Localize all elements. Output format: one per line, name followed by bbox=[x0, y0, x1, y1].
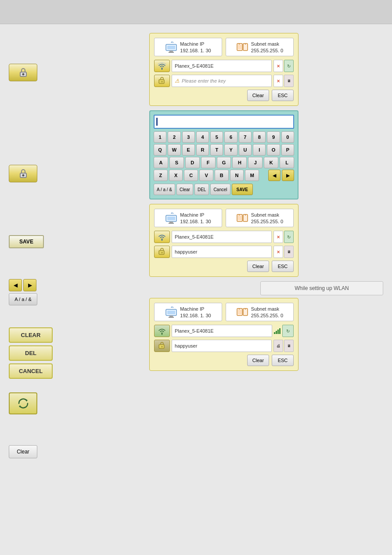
ssid-refresh-btn-1[interactable]: ↻ bbox=[284, 60, 294, 72]
key-E[interactable]: E bbox=[182, 144, 195, 156]
key-8[interactable]: 8 bbox=[253, 131, 266, 143]
key-U[interactable]: U bbox=[239, 144, 252, 156]
svg-point-15 bbox=[162, 68, 163, 69]
key-icon-btn-2[interactable] bbox=[154, 246, 170, 258]
left-arrow-button[interactable]: ◀ bbox=[9, 279, 22, 291]
svg-rect-19 bbox=[167, 217, 175, 220]
ssid-refresh-btn-2[interactable]: ↻ bbox=[284, 231, 294, 243]
key-B[interactable]: B bbox=[215, 170, 229, 181]
kb-del-btn[interactable]: DEL bbox=[194, 184, 209, 195]
key-action-btn-2[interactable]: 🖥 bbox=[284, 246, 294, 258]
key-S[interactable]: S bbox=[169, 157, 184, 168]
key-9[interactable]: 9 bbox=[267, 131, 280, 143]
key-action-btn-1[interactable]: 🖥 bbox=[284, 75, 294, 87]
panel1-esc-btn[interactable]: ESC bbox=[272, 90, 294, 101]
refresh-button[interactable] bbox=[9, 392, 37, 414]
clear-small-button[interactable]: Clear bbox=[9, 445, 37, 458]
kb-right-arrow[interactable]: ▶ bbox=[282, 170, 294, 181]
lock-button-2[interactable] bbox=[9, 165, 37, 182]
panel2-esc-btn[interactable]: ESC bbox=[272, 261, 294, 272]
key-V[interactable]: V bbox=[199, 170, 213, 181]
lock-button-1[interactable] bbox=[9, 64, 37, 81]
svg-point-39 bbox=[162, 333, 163, 334]
key-Y[interactable]: Y bbox=[224, 144, 237, 156]
kb-save-btn[interactable]: SAVE bbox=[232, 184, 253, 195]
panel3-clear-btn[interactable]: Clear bbox=[247, 355, 269, 366]
ssid-icon-btn-1[interactable] bbox=[154, 60, 170, 72]
machine-ip-box-2: Machine IP 192.168. 1. 30 bbox=[154, 209, 222, 227]
ssid-clear-btn-2[interactable]: ✕ bbox=[273, 231, 283, 243]
ssid-refresh-btn-3[interactable]: ↻ bbox=[282, 325, 294, 337]
clear-standalone-button[interactable]: CLEAR bbox=[9, 327, 53, 343]
svg-rect-35 bbox=[238, 310, 241, 314]
key-4[interactable]: 4 bbox=[196, 131, 209, 143]
mode-toggle-button[interactable]: A / a / & bbox=[9, 293, 37, 305]
signal-bar-2 bbox=[276, 331, 277, 334]
key-icon-btn-3[interactable] bbox=[154, 340, 170, 352]
key-N[interactable]: N bbox=[230, 170, 244, 181]
ssid-icon-btn-2[interactable] bbox=[154, 231, 170, 243]
key-L[interactable]: L bbox=[280, 157, 294, 168]
key-K[interactable]: K bbox=[264, 157, 278, 168]
wlan-panel-1: Machine IP 192.168. 1. 30 bbox=[149, 33, 298, 106]
key-7[interactable]: 7 bbox=[239, 131, 252, 143]
key-5[interactable]: 5 bbox=[210, 131, 223, 143]
key-O[interactable]: O bbox=[267, 144, 280, 156]
key-C[interactable]: C bbox=[184, 170, 198, 181]
machine-ip-box-3: Machine IP 192.168. 1. 30 bbox=[154, 303, 222, 321]
panel3-esc-btn[interactable]: ESC bbox=[272, 355, 294, 366]
key-clear-btn-2[interactable]: ✕ bbox=[273, 246, 283, 258]
kb-left-arrow[interactable]: ◀ bbox=[268, 170, 281, 181]
key-field-2: happyuser bbox=[172, 246, 272, 258]
key-G[interactable]: G bbox=[217, 157, 231, 168]
key-M[interactable]: M bbox=[245, 170, 259, 181]
right-arrow-button[interactable]: ▶ bbox=[23, 279, 36, 291]
ssid-icon-btn-3[interactable] bbox=[154, 325, 170, 337]
svg-point-27 bbox=[162, 239, 163, 240]
key-1[interactable]: 1 bbox=[154, 131, 166, 143]
key-T[interactable]: T bbox=[210, 144, 223, 156]
key-2[interactable]: 2 bbox=[168, 131, 180, 143]
ssid-field-1: Planex_5-E4081E bbox=[172, 60, 272, 72]
kb-mode-btn[interactable]: A / a / & bbox=[154, 184, 175, 195]
key-I[interactable]: I bbox=[253, 144, 266, 156]
key-W[interactable]: W bbox=[168, 144, 180, 156]
kb-cancel-btn[interactable]: Cancel bbox=[210, 184, 230, 195]
svg-point-25 bbox=[239, 215, 240, 216]
key-0[interactable]: 0 bbox=[281, 131, 294, 143]
kb-clear-btn[interactable]: Clear bbox=[176, 184, 193, 195]
key-display-btn-3[interactable]: 🖥 bbox=[284, 340, 294, 352]
panel1-clear-btn[interactable]: Clear bbox=[247, 90, 269, 101]
key-D[interactable]: D bbox=[185, 157, 200, 168]
svg-rect-7 bbox=[167, 46, 175, 49]
key-P[interactable]: P bbox=[281, 144, 294, 156]
key-R[interactable]: R bbox=[196, 144, 209, 156]
ssid-clear-btn-1[interactable]: ✕ bbox=[273, 60, 283, 72]
key-field-1: ⚠ Please enter the key bbox=[172, 75, 272, 87]
key-X[interactable]: X bbox=[169, 170, 183, 181]
key-clear-btn-1[interactable]: ✕ bbox=[273, 75, 283, 87]
signal-bars bbox=[274, 328, 281, 334]
key-3[interactable]: 3 bbox=[182, 131, 195, 143]
key-6[interactable]: 6 bbox=[224, 131, 237, 143]
key-print-btn-3[interactable]: 🖨 bbox=[273, 340, 283, 352]
keyboard-panel: 1 2 3 4 5 6 7 8 9 0 Q W E R T bbox=[149, 110, 298, 200]
key-Z[interactable]: Z bbox=[154, 170, 168, 181]
panel2-clear-btn[interactable]: Clear bbox=[247, 261, 269, 272]
svg-rect-21 bbox=[169, 223, 174, 224]
svg-point-1 bbox=[22, 74, 24, 75]
key-icon-btn-1[interactable] bbox=[154, 75, 170, 87]
save-button[interactable]: SAVE bbox=[9, 235, 44, 248]
key-A[interactable]: A bbox=[154, 157, 168, 168]
key-H[interactable]: H bbox=[232, 157, 247, 168]
key-Q[interactable]: Q bbox=[154, 144, 166, 156]
key-F[interactable]: F bbox=[201, 157, 216, 168]
svg-point-26 bbox=[245, 215, 246, 216]
subnet-mask-box-3: Subnet mask 255.255.255. 0 bbox=[226, 303, 294, 321]
keyboard-input-field[interactable] bbox=[154, 115, 294, 129]
svg-rect-9 bbox=[169, 52, 174, 53]
key-J[interactable]: J bbox=[248, 157, 263, 168]
del-standalone-button[interactable]: DEL bbox=[9, 345, 53, 361]
cancel-standalone-button[interactable]: CANCEL bbox=[9, 363, 53, 379]
keyboard-row-1: 1 2 3 4 5 6 7 8 9 0 bbox=[154, 131, 294, 143]
